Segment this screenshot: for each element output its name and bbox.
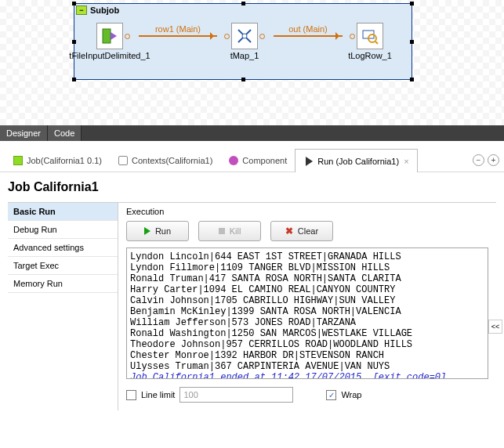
resize-handle[interactable]	[410, 78, 414, 81]
collapse-icon[interactable]: −	[76, 5, 87, 15]
subjob-title[interactable]: − Subjob	[76, 5, 119, 15]
tmap-icon	[231, 23, 258, 49]
line-limit-checkbox[interactable]	[126, 390, 136, 400]
sidebar-item-memory-run[interactable]: Memory Run	[8, 275, 118, 293]
sidebar-item-debug-run[interactable]: Debug Run	[8, 221, 118, 239]
sidebar-item-advanced-settings[interactable]: Advanced settings	[8, 239, 118, 257]
execution-panel: Execution Run Kill ✖ Clear Lyndon Lincol…	[118, 203, 496, 410]
button-label: Clear	[298, 226, 318, 236]
console-line: Ronald Washington|1250 SAN MARCOS|WESTLA…	[130, 328, 484, 339]
wrap-checkbox[interactable]: ✓	[326, 390, 336, 400]
console-line: Ulysses Truman|367 CARPINTERIA AVENUE|VA…	[130, 361, 484, 372]
view-job[interactable]: Job(California1 0.1)	[5, 150, 110, 172]
output-port[interactable]	[125, 34, 130, 39]
console-line: William Jefferson|573 JONES ROAD|TARZANA	[130, 317, 484, 328]
file-input-icon	[96, 23, 123, 49]
resize-handle[interactable]	[241, 78, 245, 81]
view-label: Component	[242, 156, 287, 165]
link-label: row1 (Main)	[155, 24, 201, 34]
input-port[interactable]	[350, 34, 355, 39]
scroll-left-icon[interactable]: <<	[488, 320, 502, 334]
subjob-container[interactable]: − Subjob tFileInputDelimited_1 row1 (Mai…	[74, 3, 412, 80]
resize-handle[interactable]	[241, 2, 245, 5]
clear-button[interactable]: ✖ Clear	[270, 221, 333, 241]
tab-designer[interactable]: Designer	[0, 125, 48, 141]
node-label: tLogRow_1	[348, 51, 392, 60]
resize-handle[interactable]	[410, 2, 414, 5]
console-line: Benjamin McKinley|1399 SANTA ROSA NORTH|…	[130, 306, 484, 317]
view-component[interactable]: Component	[220, 150, 295, 172]
input-port[interactable]	[224, 34, 230, 39]
stop-icon	[219, 228, 225, 234]
line-limit-label: Line limit	[141, 390, 175, 399]
close-icon[interactable]: ×	[404, 157, 408, 166]
run-side-menu: Basic Run Debug Run Advanced settings Ta…	[8, 203, 118, 410]
minimize-button[interactable]: −	[473, 154, 484, 166]
console-line: Calvin Johnson|1705 CABRILLO HIGHWAY|SUN…	[130, 295, 484, 306]
node-label: tMap_1	[230, 51, 259, 60]
run-icon	[144, 227, 150, 235]
wrap-label: Wrap	[341, 390, 361, 399]
node-file-input[interactable]: tFileInputDelimited_1	[67, 23, 153, 60]
play-icon	[306, 157, 313, 166]
console-output[interactable]: Lyndon Lincoln|644 EAST 1ST STREET|GRANA…	[126, 247, 488, 379]
node-tmap[interactable]: tMap_1	[201, 23, 288, 60]
svg-point-1	[242, 34, 247, 38]
sidebar-item-basic-run[interactable]: Basic Run	[8, 203, 118, 221]
subjob-title-text: Subjob	[90, 5, 119, 15]
page-title: Job California1	[8, 180, 496, 194]
console-line: Lyndon Lincoln|644 EAST 1ST STREET|GRANA…	[130, 251, 484, 262]
view-run[interactable]: Run (Job California1) ×	[295, 149, 417, 172]
line-limit-input[interactable]	[179, 387, 293, 403]
job-icon	[13, 155, 24, 166]
console-line: Harry Carter|1094 EL CAMINO REAL|CANYON …	[130, 284, 484, 295]
palette-icon	[229, 156, 238, 165]
execution-section-title: Execution	[126, 207, 488, 216]
svg-rect-0	[103, 29, 111, 43]
kill-button[interactable]: Kill	[198, 221, 261, 241]
button-label: Kill	[230, 226, 241, 236]
sidebar-item-target-exec[interactable]: Target Exec	[8, 257, 118, 275]
console-line: Chester Monroe|1392 HARBOR DR|STEVENSON …	[130, 350, 484, 361]
clear-icon: ✖	[285, 226, 293, 237]
console-options: Line limit ✓ Wrap	[126, 387, 488, 403]
run-button[interactable]: Run	[126, 221, 189, 241]
contexts-icon	[118, 155, 129, 166]
run-view: Job California1 Basic Run Debug Run Adva…	[0, 172, 504, 418]
execution-toolbar: Run Kill ✖ Clear	[126, 221, 488, 241]
node-label: tFileInputDelimited_1	[69, 51, 150, 60]
output-port[interactable]	[259, 34, 265, 39]
view-label: Job(California1 0.1)	[27, 156, 102, 165]
tlogrow-icon	[357, 23, 383, 49]
view-label: Run (Job California1)	[317, 157, 399, 166]
button-label: Run	[155, 226, 171, 236]
console-line: Lyndon Fillmore|1109 TANGER BLVD|MISSION…	[130, 262, 484, 273]
maximize-button[interactable]: +	[488, 154, 499, 166]
console-status-line: Job California1 ended at 11:42 17/07/201…	[130, 372, 484, 379]
views-bar: Job(California1 0.1) Contexts(California…	[0, 149, 504, 172]
view-contexts[interactable]: Contexts(California1)	[110, 150, 220, 172]
console-line: Theodore Johnson|957 CERRILLOS ROAD|WOOD…	[130, 339, 484, 350]
design-canvas[interactable]: − Subjob tFileInputDelimited_1 row1 (Mai…	[0, 0, 504, 125]
svg-line-4	[375, 42, 378, 44]
editor-tabs: Designer Code	[0, 125, 504, 141]
link-label: out (Main)	[288, 24, 328, 34]
node-tlogrow[interactable]: tLogRow_1	[327, 23, 413, 60]
resize-handle[interactable]	[72, 78, 76, 81]
tab-code[interactable]: Code	[48, 125, 82, 141]
view-label: Contexts(California1)	[132, 156, 212, 165]
console-line: Ronald Truman|417 SANTA ROSA NORTH|SANTA…	[130, 273, 484, 284]
view-toolbar: − +	[473, 154, 499, 166]
